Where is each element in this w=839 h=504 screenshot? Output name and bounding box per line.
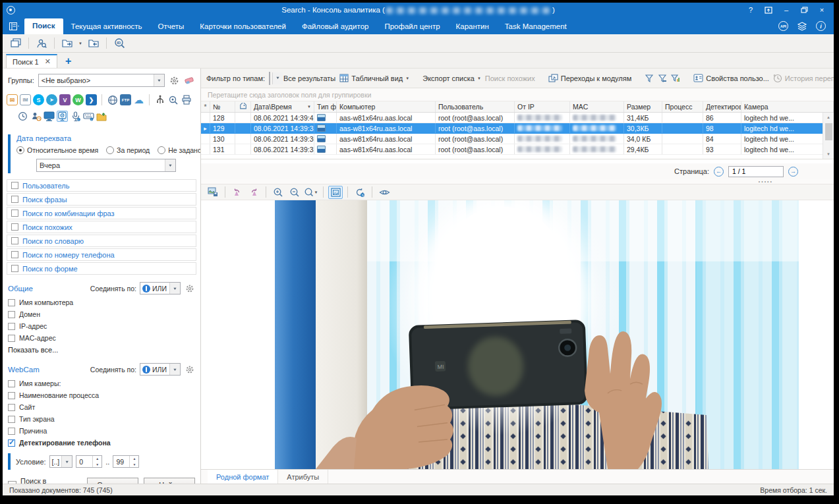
condition-operator-select[interactable]: [..] [49, 455, 73, 468]
table-row[interactable]: 128 08.06.2021 14:39:41 aas-w81x64ru.aas… [201, 113, 834, 123]
table-scrollbar[interactable]: ▲ ▼ [823, 113, 834, 159]
id-search-button[interactable]: ID [111, 36, 127, 51]
col-user[interactable]: Пользователь [436, 101, 515, 112]
eraser-icon[interactable] [184, 75, 195, 86]
clock-icon[interactable] [17, 111, 28, 122]
radio-relative-time[interactable]: Относительное время [16, 146, 98, 154]
col-camera[interactable]: Камера [741, 101, 834, 112]
page-input[interactable] [728, 166, 784, 177]
col-marker[interactable] [201, 101, 210, 112]
common-settings-gear-icon[interactable] [184, 283, 195, 294]
common-join-select[interactable]: ИЛИ [140, 282, 181, 294]
menu-tab-task-management[interactable]: Task Management [497, 19, 575, 34]
filter-user[interactable]: Пользователь [7, 179, 196, 192]
radio-period[interactable]: За период [106, 146, 150, 154]
filter-similar[interactable]: Поиск похожих [7, 221, 196, 233]
menu-tab-profile-center[interactable]: Профайл центр [376, 19, 448, 34]
show-all-link[interactable]: Показать все... [8, 346, 195, 354]
services-icon[interactable] [797, 22, 807, 31]
filter-funnel-icon[interactable] [645, 74, 654, 83]
webcam-reason[interactable]: Причина [8, 427, 195, 435]
common-computer-name[interactable]: Имя компьютера [8, 298, 195, 306]
all-results-button[interactable]: Все результаты [283, 74, 335, 82]
eye-preview-button[interactable] [377, 186, 391, 199]
scroll-up-icon[interactable]: ▲ [823, 113, 834, 122]
radio-not-set[interactable]: Не задано [158, 146, 201, 154]
help-button[interactable]: ? [747, 6, 755, 14]
common-ip-address[interactable]: IP-адрес [8, 322, 195, 330]
checkbox[interactable] [11, 196, 18, 203]
webcam-settings-gear-icon[interactable] [184, 364, 195, 375]
import-search-button[interactable] [86, 36, 101, 51]
webcam-join-select[interactable]: ИЛИ [140, 363, 181, 376]
col-ip[interactable]: От IP [515, 101, 570, 112]
im-icon[interactable]: IM [20, 94, 31, 105]
user-properties-button[interactable]: Свойства пользо... [693, 74, 769, 82]
table-row[interactable]: 130 08.06.2021 14:39:36 aas-w81x64ru.aas… [201, 134, 834, 144]
grouping-hint[interactable]: Перетащите сюда заголовок поля для групп… [201, 88, 834, 101]
next-page-button[interactable] [788, 167, 798, 177]
webcam-process-name[interactable]: Наименование процесса [8, 391, 195, 399]
webcam-phone-detection[interactable]: Детектирование телефона [8, 439, 195, 447]
similar-search-button[interactable]: Поиск похожих [485, 74, 535, 82]
cloud-icon[interactable]: ☁ [133, 94, 144, 105]
menu-tab-current-activity[interactable]: Текущая активность [63, 19, 150, 34]
table-view-button[interactable]: Табличный вид▼ [339, 74, 409, 82]
condition-from-stepper[interactable]: 0 [76, 455, 102, 468]
save-image-button[interactable] [206, 186, 220, 199]
filter-phrase-combination[interactable]: Поиск по комбинации фраз [7, 207, 196, 219]
menu-tab-user-cards[interactable]: Карточки пользователей [192, 19, 294, 34]
refresh-view-button[interactable]: ↻ [353, 186, 367, 199]
find-button[interactable]: Найти [144, 478, 195, 484]
monitor-icon[interactable] [43, 111, 55, 122]
add-tab-button[interactable]: + [57, 55, 79, 68]
col-mac[interactable]: MAC [570, 101, 624, 112]
table-row[interactable]: 131 08.06.2021 14:39:33 aas-w81x64ru.aas… [201, 144, 834, 155]
whatsapp-icon[interactable]: W [72, 94, 84, 105]
new-window-button[interactable] [8, 36, 24, 51]
checkbox[interactable] [11, 237, 18, 244]
groups-settings-gear-icon[interactable] [169, 75, 180, 86]
zoom-out-button[interactable] [287, 186, 302, 199]
filter-phrase[interactable]: Поиск фразы [7, 193, 196, 206]
tab-close-icon[interactable]: ✕ [45, 57, 51, 66]
webcam-camera-name[interactable]: Имя камеры: [8, 379, 195, 387]
col-datetime[interactable]: Дата\Время [251, 101, 314, 112]
scrollbar-thumb[interactable] [825, 123, 832, 140]
fit-to-window-button[interactable] [328, 186, 343, 199]
user-activity-icon[interactable] [30, 111, 42, 122]
keyboard-icon[interactable]: i [83, 111, 94, 122]
checkbox[interactable] [11, 251, 18, 258]
search-in-found-checkbox[interactable]: Поиск в найденном [8, 477, 82, 484]
col-tag tag-icon[interactable] [235, 101, 251, 112]
filter-dictionary[interactable]: Поиск по словарю [7, 235, 196, 247]
rotate-left-button[interactable] [230, 186, 245, 199]
condition-to-stepper[interactable]: 99 [113, 455, 139, 468]
col-type[interactable]: Тип фа [314, 101, 337, 112]
webcam-icon[interactable] [57, 111, 68, 122]
export-dropdown-caret[interactable]: ▼ [77, 36, 84, 51]
relative-period-select[interactable]: Вчера [36, 159, 176, 172]
correspondence-history-button[interactable]: История переписки [773, 74, 834, 83]
checkbox[interactable] [11, 182, 18, 189]
file-operations-icon[interactable] [96, 111, 107, 122]
api-icon[interactable]: API [778, 21, 788, 31]
filter-phone-number[interactable]: Поиск по номеру телефона [7, 248, 196, 261]
printer-icon[interactable] [181, 94, 192, 105]
col-process[interactable]: Процесс [662, 101, 703, 112]
menu-tab-file-auditor[interactable]: Файловый аудитор [294, 19, 377, 34]
col-computer[interactable]: Компьютер [337, 101, 436, 112]
checkbox[interactable] [11, 210, 18, 217]
filter-funnel-clear-icon[interactable] [658, 74, 667, 83]
clear-button[interactable]: Очистить [87, 478, 138, 484]
menu-tab-reports[interactable]: Отчеты [150, 19, 192, 34]
usb-icon[interactable] [154, 94, 165, 105]
common-domain[interactable]: Домен [8, 310, 195, 318]
zoom-level-button[interactable]: ▼ [304, 186, 318, 199]
export-list-button[interactable]: Экспорт списка▼ [422, 74, 481, 82]
restore-button[interactable] [800, 6, 808, 14]
col-detected[interactable]: Детектирова [703, 101, 741, 112]
checkbox[interactable] [11, 223, 18, 231]
prev-page-button[interactable] [714, 167, 724, 177]
ftp-icon[interactable]: FTP [120, 94, 131, 105]
